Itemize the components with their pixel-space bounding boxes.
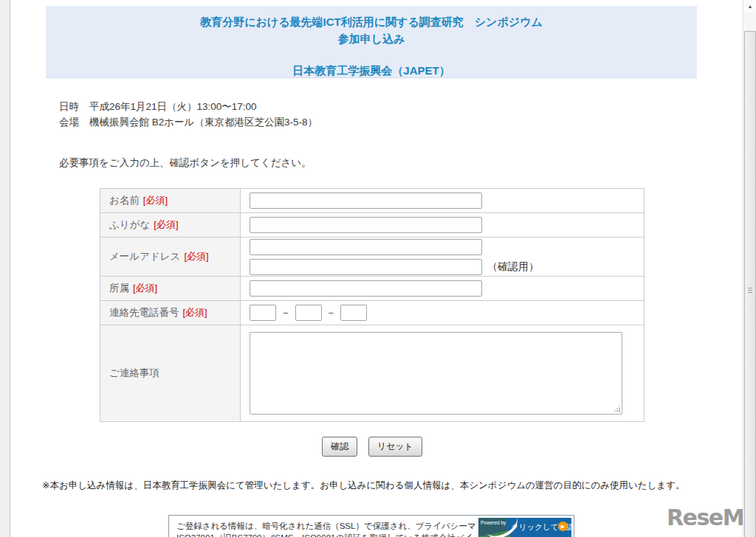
venue-value: 機械振興会館 B2ホール（東京都港区芝公園3-5-8） (89, 117, 317, 128)
phone-label: 連絡先電話番号 (109, 306, 179, 319)
phone-separator: − (329, 308, 334, 319)
ssl-line2: ISO27001（旧BS7799）/ISMS、ISO9001の認証を取得している… (176, 532, 475, 537)
organization-name: 日本教育工学振興会（JAPET） (46, 62, 697, 79)
form-actions: 確認 リセット (100, 437, 645, 457)
scrollbar-thumb-grip-icon (748, 288, 752, 294)
resize-grip-icon[interactable] (619, 410, 620, 412)
vertical-scrollbar[interactable]: ▲ (743, 0, 756, 537)
row-phone: 連絡先電話番号[必須] −− (100, 301, 644, 325)
phone-required-tag: [必須] (183, 306, 207, 319)
email-confirm-input[interactable] (250, 259, 482, 275)
affiliation-required-tag: [必須] (133, 282, 157, 295)
event-venue-line: 会場機械振興会館 B2ホール（東京都港区芝公園3-5-8） (59, 114, 317, 130)
affiliation-label: 所属 (109, 282, 129, 295)
symposium-title: 教育分野における最先端ICT利活用に関する調査研究 シンポジウム (46, 6, 697, 30)
message-label: ご連絡事項 (109, 367, 159, 380)
email-input[interactable] (250, 239, 482, 255)
registration-form-table: お名前[必須] ふりがな[必須] メールアドレス[必須] （確認用） 所属[必須… (100, 188, 645, 422)
datetime-value: 平成26年1月21日（火）13:00〜17:00 (89, 101, 257, 112)
email-label: メールアドレス (109, 250, 180, 263)
ssl-notice-box: ご登録される情報は、暗号化された通信（SSL）で保護され、プライバシーマークや … (168, 515, 574, 537)
phone-part2-input[interactable] (295, 305, 322, 321)
form-instruction: 必要事項をご入力の上、確認ボタンを押してください。 (59, 156, 312, 170)
affiliation-input[interactable] (250, 280, 482, 297)
reset-button[interactable]: リセット (368, 437, 422, 457)
name-input[interactable] (250, 193, 482, 209)
furigana-label: ふりがな (109, 218, 150, 232)
privacy-note: ※本お申し込み情報は、日本教育工学振興会にて管理いたします。お申し込みに関わる個… (42, 479, 707, 492)
ssl-line1: ご登録される情報は、暗号化された通信（SSL）で保護され、プライバシーマークや (176, 520, 475, 532)
badge-powered-label: Powered by (481, 520, 506, 525)
form-page: 教育分野における最先端ICT利活用に関する調査研究 シンポジウム 参加申し込み … (11, 0, 743, 537)
row-email: メールアドレス[必須] （確認用） (100, 238, 644, 277)
row-name: お名前[必須] (100, 189, 644, 213)
badge-arrow-icon: ▶ (558, 522, 568, 531)
application-subtitle: 参加申し込み (46, 30, 697, 47)
left-gutter (0, 0, 10, 537)
email-confirm-note: （確認用） (487, 260, 539, 274)
phone-part3-input[interactable] (340, 305, 367, 321)
ssl-notice-text: ご登録される情報は、暗号化された通信（SSL）で保護され、プライバシーマークや … (176, 520, 475, 537)
page-header: 教育分野における最先端ICT利活用に関する調査研究 シンポジウム 参加申し込み … (46, 6, 697, 78)
event-info: 日時平成26年1月21日（火）13:00〜17:00 会場機械振興会館 B2ホー… (59, 99, 317, 130)
venue-label: 会場 (59, 114, 79, 130)
row-furigana: ふりがな[必須] (100, 213, 644, 238)
phone-separator: − (283, 308, 289, 319)
phone-part1-input[interactable] (250, 305, 276, 321)
furigana-required-tag: [必須] (154, 218, 178, 232)
furigana-input[interactable] (250, 217, 482, 233)
datetime-label: 日時 (59, 99, 79, 114)
message-textarea[interactable] (250, 332, 622, 415)
secure-seal-badge[interactable]: Powered by クリックして確認 ▶ (478, 518, 571, 537)
email-required-tag: [必須] (184, 250, 208, 263)
confirm-button[interactable]: 確認 (322, 437, 357, 457)
name-required-tag: [必須] (143, 194, 168, 207)
event-datetime-line: 日時平成26年1月21日（火）13:00〜17:00 (59, 99, 317, 114)
row-message: ご連絡事項 (100, 325, 644, 421)
scrollbar-thumb[interactable] (744, 31, 756, 537)
name-label: お名前 (109, 194, 140, 207)
row-affiliation: 所属[必須] (100, 277, 644, 301)
scrollbar-up-arrow-icon[interactable]: ▲ (743, 0, 756, 13)
